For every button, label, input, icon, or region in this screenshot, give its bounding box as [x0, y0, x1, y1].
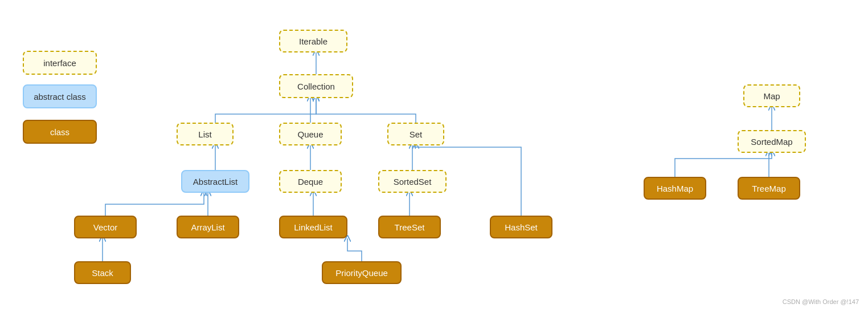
- node-arraylist: ArrayList: [177, 216, 239, 238]
- node-linkedlist: LinkedList: [279, 216, 347, 238]
- node-treemap: TreeMap: [738, 177, 800, 200]
- legend-class-box: class: [23, 120, 97, 144]
- legend-abstract-label: abstract class: [34, 92, 86, 102]
- node-set: Set: [387, 123, 444, 145]
- node-hashmap: HashMap: [644, 177, 706, 200]
- node-stack: Stack: [74, 261, 131, 284]
- node-queue: Queue: [279, 123, 342, 145]
- node-hashset: HashSet: [490, 216, 552, 238]
- node-treeset: TreeSet: [378, 216, 441, 238]
- legend-class-label: class: [50, 127, 69, 137]
- legend-abstract-box: abstract class: [23, 84, 97, 108]
- node-collection: Collection: [279, 74, 353, 98]
- node-abstractlist: AbstractList: [181, 170, 249, 193]
- legend-interface-box: interface: [23, 51, 97, 75]
- node-list: List: [177, 123, 234, 145]
- node-vector: Vector: [74, 216, 137, 238]
- node-sortedset: SortedSet: [378, 170, 447, 193]
- node-map: Map: [743, 84, 800, 107]
- node-iterable: Iterable: [279, 30, 347, 52]
- node-deque: Deque: [279, 170, 342, 193]
- legend-interface-label: interface: [43, 58, 76, 68]
- node-priorityqueue: PriorityQueue: [322, 261, 402, 284]
- watermark: CSDN @With Order @!147: [783, 298, 859, 305]
- node-sortedmap: SortedMap: [738, 130, 806, 153]
